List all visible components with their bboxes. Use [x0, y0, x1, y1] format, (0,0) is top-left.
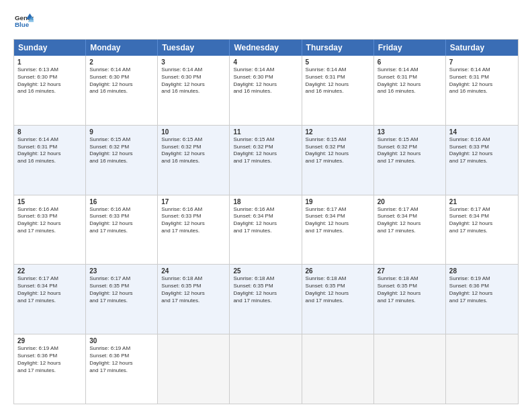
day-info: Sunrise: 6:15 AMSunset: 6:32 PMDaylight:…	[306, 136, 370, 165]
empty-cell	[158, 334, 230, 404]
day-cell-25: 25Sunrise: 6:18 AMSunset: 6:35 PMDayligh…	[230, 265, 302, 334]
day-info: Sunrise: 6:15 AMSunset: 6:32 PMDaylight:…	[378, 136, 442, 165]
day-info: Sunrise: 6:15 AMSunset: 6:32 PMDaylight:…	[161, 136, 226, 165]
day-info: Sunrise: 6:18 AMSunset: 6:35 PMDaylight:…	[161, 275, 226, 304]
day-info: Sunrise: 6:16 AMSunset: 6:33 PMDaylight:…	[17, 206, 82, 235]
day-info: Sunrise: 6:13 AMSunset: 6:30 PMDaylight:…	[17, 66, 82, 95]
day-cell-16: 16Sunrise: 6:16 AMSunset: 6:33 PMDayligh…	[86, 195, 158, 265]
day-info: Sunrise: 6:19 AMSunset: 6:36 PMDaylight:…	[449, 275, 515, 304]
day-number: 7	[449, 58, 515, 66]
day-number: 3	[161, 58, 226, 66]
header-day-saturday: Saturday	[446, 40, 518, 56]
day-cell-8: 8Sunrise: 6:14 AMSunset: 6:31 PMDaylight…	[14, 126, 86, 195]
day-number: 4	[233, 58, 298, 66]
day-number: 12	[306, 128, 370, 136]
header-day-thursday: Thursday	[302, 40, 374, 56]
day-info: Sunrise: 6:17 AMSunset: 6:34 PMDaylight:…	[306, 206, 370, 235]
empty-cell	[302, 334, 374, 404]
calendar-week-3: 15Sunrise: 6:16 AMSunset: 6:33 PMDayligh…	[14, 195, 518, 265]
day-info: Sunrise: 6:15 AMSunset: 6:32 PMDaylight:…	[233, 136, 298, 165]
day-cell-9: 9Sunrise: 6:15 AMSunset: 6:32 PMDaylight…	[86, 126, 158, 195]
day-number: 5	[306, 58, 370, 66]
calendar-week-2: 8Sunrise: 6:14 AMSunset: 6:31 PMDaylight…	[14, 125, 518, 195]
day-info: Sunrise: 6:15 AMSunset: 6:32 PMDaylight:…	[89, 136, 154, 165]
empty-cell	[230, 334, 302, 404]
day-cell-7: 7Sunrise: 6:14 AMSunset: 6:31 PMDaylight…	[446, 56, 518, 125]
day-number: 18	[233, 198, 298, 205]
day-cell-15: 15Sunrise: 6:16 AMSunset: 6:33 PMDayligh…	[14, 195, 86, 265]
day-info: Sunrise: 6:14 AMSunset: 6:30 PMDaylight:…	[89, 66, 154, 95]
day-info: Sunrise: 6:16 AMSunset: 6:33 PMDaylight:…	[449, 136, 515, 165]
day-cell-14: 14Sunrise: 6:16 AMSunset: 6:33 PMDayligh…	[446, 126, 518, 195]
header-day-friday: Friday	[374, 40, 446, 56]
day-number: 14	[449, 128, 515, 136]
empty-cell	[374, 334, 446, 404]
day-cell-27: 27Sunrise: 6:18 AMSunset: 6:35 PMDayligh…	[374, 265, 446, 334]
day-cell-2: 2Sunrise: 6:14 AMSunset: 6:30 PMDaylight…	[86, 56, 158, 125]
day-info: Sunrise: 6:17 AMSunset: 6:34 PMDaylight:…	[449, 206, 515, 235]
day-number: 17	[161, 198, 226, 205]
day-number: 11	[233, 128, 298, 136]
day-cell-19: 19Sunrise: 6:17 AMSunset: 6:34 PMDayligh…	[302, 195, 374, 265]
day-cell-29: 29Sunrise: 6:19 AMSunset: 6:36 PMDayligh…	[14, 334, 86, 404]
day-info: Sunrise: 6:14 AMSunset: 6:30 PMDaylight:…	[233, 66, 298, 95]
day-number: 27	[378, 267, 442, 275]
day-info: Sunrise: 6:16 AMSunset: 6:33 PMDaylight:…	[89, 206, 154, 235]
calendar-week-5: 29Sunrise: 6:19 AMSunset: 6:36 PMDayligh…	[14, 334, 518, 404]
day-cell-24: 24Sunrise: 6:18 AMSunset: 6:35 PMDayligh…	[158, 265, 230, 334]
day-cell-18: 18Sunrise: 6:16 AMSunset: 6:34 PMDayligh…	[230, 195, 302, 265]
day-cell-23: 23Sunrise: 6:17 AMSunset: 6:35 PMDayligh…	[86, 265, 158, 334]
day-info: Sunrise: 6:14 AMSunset: 6:31 PMDaylight:…	[378, 66, 442, 95]
calendar-header: SundayMondayTuesdayWednesdayThursdayFrid…	[14, 40, 518, 56]
day-number: 21	[449, 198, 515, 205]
day-number: 23	[89, 267, 154, 275]
day-cell-10: 10Sunrise: 6:15 AMSunset: 6:32 PMDayligh…	[158, 126, 230, 195]
day-cell-1: 1Sunrise: 6:13 AMSunset: 6:30 PMDaylight…	[14, 56, 86, 125]
day-info: Sunrise: 6:14 AMSunset: 6:31 PMDaylight:…	[17, 136, 82, 165]
day-number: 24	[161, 267, 226, 275]
day-info: Sunrise: 6:17 AMSunset: 6:34 PMDaylight:…	[17, 275, 82, 304]
day-number: 10	[161, 128, 226, 136]
day-number: 19	[306, 198, 370, 205]
day-info: Sunrise: 6:14 AMSunset: 6:30 PMDaylight:…	[161, 66, 226, 95]
day-cell-6: 6Sunrise: 6:14 AMSunset: 6:31 PMDaylight…	[374, 56, 446, 125]
day-number: 28	[449, 267, 515, 275]
day-number: 6	[378, 58, 442, 66]
logo-icon: General Blue	[15, 12, 34, 31]
day-info: Sunrise: 6:16 AMSunset: 6:33 PMDaylight:…	[161, 206, 226, 235]
day-number: 13	[378, 128, 442, 136]
page: General Blue SundayMondayTuesdayWednesda…	[0, 0, 532, 411]
day-info: Sunrise: 6:17 AMSunset: 6:35 PMDaylight:…	[89, 275, 154, 304]
calendar: SundayMondayTuesdayWednesdayThursdayFrid…	[13, 39, 519, 404]
day-number: 9	[89, 128, 154, 136]
day-cell-30: 30Sunrise: 6:19 AMSunset: 6:36 PMDayligh…	[86, 334, 158, 404]
day-number: 30	[89, 337, 154, 345]
day-cell-5: 5Sunrise: 6:14 AMSunset: 6:31 PMDaylight…	[302, 56, 374, 125]
day-info: Sunrise: 6:14 AMSunset: 6:31 PMDaylight:…	[449, 66, 515, 95]
day-info: Sunrise: 6:18 AMSunset: 6:35 PMDaylight:…	[306, 275, 370, 304]
day-number: 25	[233, 267, 298, 275]
empty-cell	[446, 334, 518, 404]
day-cell-22: 22Sunrise: 6:17 AMSunset: 6:34 PMDayligh…	[14, 265, 86, 334]
day-cell-26: 26Sunrise: 6:18 AMSunset: 6:35 PMDayligh…	[302, 265, 374, 334]
calendar-week-1: 1Sunrise: 6:13 AMSunset: 6:30 PMDaylight…	[14, 56, 518, 125]
day-number: 20	[378, 198, 442, 205]
day-info: Sunrise: 6:19 AMSunset: 6:36 PMDaylight:…	[89, 345, 154, 374]
day-cell-12: 12Sunrise: 6:15 AMSunset: 6:32 PMDayligh…	[302, 126, 374, 195]
day-number: 8	[17, 128, 82, 136]
day-info: Sunrise: 6:18 AMSunset: 6:35 PMDaylight:…	[378, 275, 442, 304]
day-info: Sunrise: 6:19 AMSunset: 6:36 PMDaylight:…	[17, 345, 82, 374]
day-number: 22	[17, 267, 82, 275]
day-info: Sunrise: 6:14 AMSunset: 6:31 PMDaylight:…	[306, 66, 370, 95]
day-number: 1	[17, 58, 82, 66]
header-day-wednesday: Wednesday	[230, 40, 302, 56]
day-number: 16	[89, 198, 154, 205]
day-info: Sunrise: 6:17 AMSunset: 6:34 PMDaylight:…	[378, 206, 442, 235]
header-day-tuesday: Tuesday	[158, 40, 230, 56]
day-cell-28: 28Sunrise: 6:19 AMSunset: 6:36 PMDayligh…	[446, 265, 518, 334]
day-info: Sunrise: 6:16 AMSunset: 6:34 PMDaylight:…	[233, 206, 298, 235]
day-cell-21: 21Sunrise: 6:17 AMSunset: 6:34 PMDayligh…	[446, 195, 518, 265]
day-cell-13: 13Sunrise: 6:15 AMSunset: 6:32 PMDayligh…	[374, 126, 446, 195]
day-number: 2	[89, 58, 154, 66]
logo: General Blue	[13, 12, 34, 34]
